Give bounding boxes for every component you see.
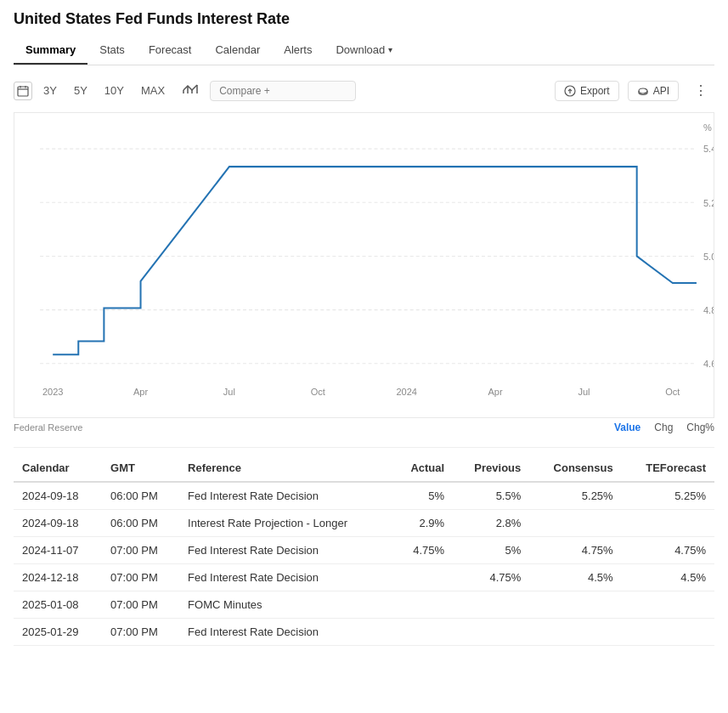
divider <box>14 447 714 448</box>
api-icon <box>637 85 649 97</box>
legend-chg-pct[interactable]: Chg% <box>686 422 714 433</box>
table-row: 2025-01-08 07:00 PM FOMC Minutes <box>14 591 714 619</box>
legend-chg[interactable]: Chg <box>654 422 673 433</box>
svg-text:4.60: 4.60 <box>703 359 714 369</box>
tab-alerts[interactable]: Alerts <box>272 37 324 65</box>
cell-calendar: 2025-01-29 <box>14 619 102 646</box>
cell-previous <box>453 591 529 619</box>
cell-teforecast: 4.5% <box>622 564 714 591</box>
col-header-consensus: Consensus <box>529 455 621 482</box>
table-row: 2025-01-29 07:00 PM Fed Interest Rate De… <box>14 619 714 646</box>
cell-teforecast <box>622 591 714 619</box>
tab-summary[interactable]: Summary <box>14 37 87 65</box>
svg-text:Oct: Oct <box>665 386 680 396</box>
cell-reference: Fed Interest Rate Decision <box>179 564 392 591</box>
chart-svg: 5.40 5.20 5.00 4.80 4.60 % 2023 Apr Jul … <box>14 113 714 417</box>
range-5y-button[interactable]: 5Y <box>68 82 93 99</box>
cell-calendar: 2024-12-18 <box>14 564 102 591</box>
chart-footer: Federal Reserve Value Chg Chg% <box>14 418 714 440</box>
table-row: 2024-09-18 06:00 PM Fed Interest Rate De… <box>14 482 714 510</box>
range-3y-button[interactable]: 3Y <box>37 82 63 99</box>
cell-gmt: 07:00 PM <box>102 591 179 619</box>
col-header-calendar: Calendar <box>14 455 102 482</box>
tab-stats[interactable]: Stats <box>87 37 137 65</box>
cell-gmt: 07:00 PM <box>102 564 179 591</box>
cell-previous: 2.8% <box>453 510 529 537</box>
cell-teforecast <box>622 619 714 646</box>
cell-consensus <box>529 619 621 646</box>
cell-consensus <box>529 510 621 537</box>
cell-reference: Interest Rate Projection - Longer <box>179 510 392 537</box>
chart-area: 5.40 5.20 5.00 4.80 4.60 % 2023 Apr Jul … <box>14 112 714 418</box>
cell-teforecast: 4.75% <box>622 537 714 564</box>
cell-gmt: 07:00 PM <box>102 619 179 646</box>
chart-type-button[interactable] <box>176 81 205 100</box>
export-button[interactable]: Export <box>555 81 619 101</box>
svg-text:5.00: 5.00 <box>703 251 714 261</box>
more-options-button[interactable]: ⋮ <box>687 79 714 102</box>
tab-forecast[interactable]: Forecast <box>137 37 204 65</box>
cell-reference: FOMC Minutes <box>179 591 392 619</box>
cell-actual: 4.75% <box>392 537 453 564</box>
cell-consensus: 5.25% <box>529 482 621 510</box>
tab-calendar[interactable]: Calendar <box>203 37 272 65</box>
col-header-reference: Reference <box>179 455 392 482</box>
svg-text:4.80: 4.80 <box>703 305 714 315</box>
table-row: 2024-12-18 07:00 PM Fed Interest Rate De… <box>14 564 714 591</box>
chart-legend: Value Chg Chg% <box>614 422 714 433</box>
cell-gmt: 06:00 PM <box>102 482 179 510</box>
compare-input[interactable] <box>210 81 356 101</box>
toolbar-left: 3Y 5Y 10Y MAX <box>14 81 356 101</box>
cell-actual <box>392 591 453 619</box>
data-table: Calendar GMT Reference Actual Previous C… <box>14 455 714 646</box>
cell-consensus <box>529 591 621 619</box>
cell-calendar: 2024-11-07 <box>14 537 102 564</box>
svg-text:Apr: Apr <box>488 386 502 396</box>
export-icon <box>564 85 576 97</box>
cell-gmt: 07:00 PM <box>102 537 179 564</box>
page-title: United States Fed Funds Interest Rate <box>14 10 714 28</box>
col-header-previous: Previous <box>453 455 529 482</box>
cell-actual <box>392 619 453 646</box>
table-row: 2024-09-18 06:00 PM Interest Rate Projec… <box>14 510 714 537</box>
cell-reference: Fed Interest Rate Decision <box>179 482 392 510</box>
svg-rect-0 <box>18 87 28 96</box>
svg-text:Jul: Jul <box>223 386 235 396</box>
range-max-button[interactable]: MAX <box>135 82 171 99</box>
cell-actual: 5% <box>392 482 453 510</box>
col-header-gmt: GMT <box>102 455 179 482</box>
tab-download[interactable]: Download ▾ <box>324 37 404 65</box>
cell-reference: Fed Interest Rate Decision <box>179 537 392 564</box>
range-10y-button[interactable]: 10Y <box>99 82 130 99</box>
cell-teforecast <box>622 510 714 537</box>
col-header-actual: Actual <box>392 455 453 482</box>
tab-bar: Summary Stats Forecast Calendar Alerts D… <box>14 37 714 65</box>
cell-actual <box>392 564 453 591</box>
svg-text:2024: 2024 <box>396 386 417 396</box>
toolbar-right: Export API ⋮ <box>555 79 714 102</box>
cell-previous <box>453 619 529 646</box>
cell-gmt: 06:00 PM <box>102 510 179 537</box>
cell-calendar: 2025-01-08 <box>14 591 102 619</box>
main-container: United States Fed Funds Interest Rate Su… <box>0 0 728 713</box>
cell-consensus: 4.75% <box>529 537 621 564</box>
svg-text:2023: 2023 <box>42 386 64 396</box>
cell-previous: 5% <box>453 537 529 564</box>
toolbar: 3Y 5Y 10Y MAX <box>14 74 714 107</box>
cell-calendar: 2024-09-18 <box>14 482 102 510</box>
cell-previous: 4.75% <box>453 564 529 591</box>
svg-text:5.40: 5.40 <box>703 144 714 154</box>
cell-reference: Fed Interest Rate Decision <box>179 619 392 646</box>
table-row: 2024-11-07 07:00 PM Fed Interest Rate De… <box>14 537 714 564</box>
legend-value[interactable]: Value <box>614 422 641 433</box>
cell-teforecast: 5.25% <box>622 482 714 510</box>
svg-text:Oct: Oct <box>311 386 326 396</box>
table-header-row: Calendar GMT Reference Actual Previous C… <box>14 455 714 482</box>
cell-previous: 5.5% <box>453 482 529 510</box>
svg-text:5.20: 5.20 <box>703 197 714 207</box>
cell-actual: 2.9% <box>392 510 453 537</box>
calendar-icon[interactable] <box>14 82 32 100</box>
chart-source: Federal Reserve <box>14 422 82 433</box>
api-button[interactable]: API <box>628 81 679 101</box>
svg-text:%: % <box>703 122 712 133</box>
